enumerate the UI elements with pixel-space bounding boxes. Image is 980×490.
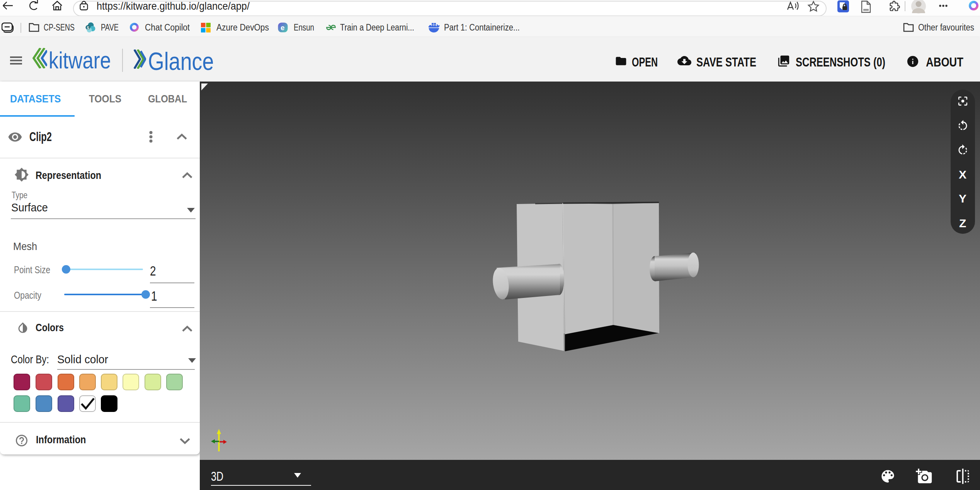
svg-text:e: e — [281, 24, 284, 32]
svg-text:S: S — [87, 26, 89, 30]
